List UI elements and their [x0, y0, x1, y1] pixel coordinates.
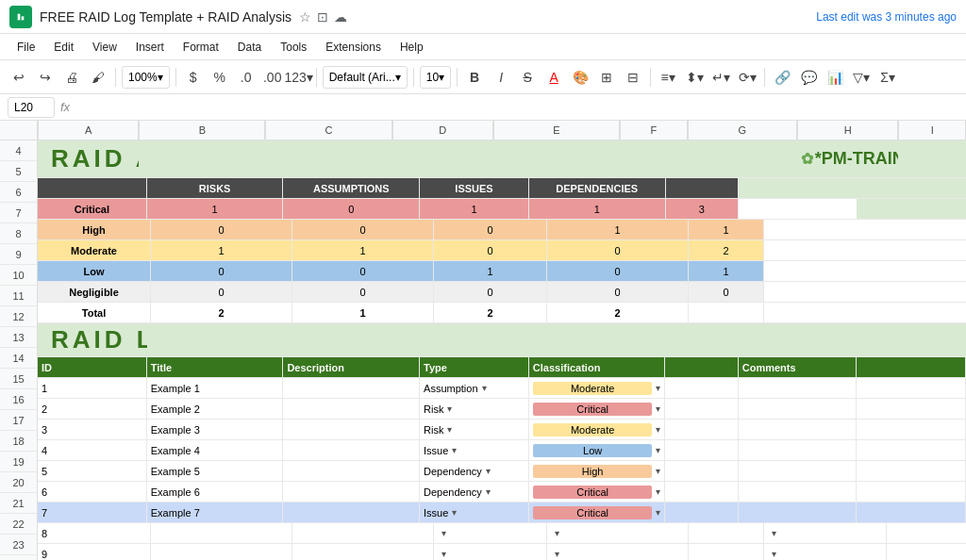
percent-button[interactable]: % — [208, 66, 231, 89]
log-2-h — [857, 399, 966, 419]
row-4: RAID ANALYSIS ✿*PM-TRAINING — [38, 140, 966, 178]
link-button[interactable]: 🔗 — [771, 66, 793, 89]
doc-title: FREE RAID Log Template + RAID Analysis — [40, 9, 291, 25]
col-header-g[interactable]: G — [688, 121, 797, 140]
font-select[interactable]: Default (Ari... ▾ — [323, 66, 408, 89]
paint-format-button[interactable]: 🖌 — [87, 66, 109, 89]
decimal-more-button[interactable]: .00 — [261, 66, 284, 89]
type-dropdown-1[interactable]: ▾ — [482, 383, 487, 393]
decimal-less-button[interactable]: .0 — [235, 66, 258, 89]
col-header-i[interactable]: I — [898, 121, 966, 140]
menu-view[interactable]: View — [85, 39, 125, 56]
class-dropdown-3[interactable]: ▾ — [656, 424, 660, 435]
filter-button[interactable]: ▽▾ — [850, 66, 873, 89]
cloud-icon[interactable]: ☁ — [334, 9, 347, 25]
formula-input[interactable] — [75, 97, 958, 118]
star-icon[interactable]: ☆ — [299, 9, 311, 25]
high-total: 1 — [689, 220, 764, 239]
critical-risks: 1 — [147, 199, 284, 219]
type-dropdown-7[interactable]: ▾ — [452, 507, 457, 518]
negligible-issues: 0 — [434, 282, 547, 302]
col-header-e[interactable]: E — [493, 121, 620, 140]
italic-button[interactable]: I — [490, 66, 512, 89]
log-4-id: 4 — [38, 440, 147, 460]
zoom-select[interactable]: 100% ▾ — [122, 66, 170, 89]
folder-icon[interactable]: ⊡ — [317, 9, 328, 25]
low-dependencies: 0 — [547, 261, 689, 281]
col-header-h[interactable]: H — [797, 121, 898, 140]
menu-edit[interactable]: Edit — [46, 39, 81, 56]
comment-button[interactable]: 💬 — [797, 66, 820, 89]
function-button[interactable]: Σ▾ — [876, 66, 899, 89]
col-header-d[interactable]: D — [392, 121, 493, 140]
log-5-h — [857, 461, 966, 481]
align-button[interactable]: ≡▾ — [657, 66, 679, 89]
row-num-23: 23 — [0, 535, 37, 555]
bold-button[interactable]: B — [463, 66, 486, 89]
redo-button[interactable]: ↪ — [34, 66, 57, 89]
menu-extensions[interactable]: Extensions — [318, 39, 389, 56]
log-3-desc — [283, 420, 420, 439]
col-header-f[interactable]: F — [620, 121, 688, 140]
menu-insert[interactable]: Insert — [128, 39, 172, 56]
comments-dropdown-8[interactable]: ▾ — [772, 528, 776, 538]
format-num-button[interactable]: 123▾ — [288, 66, 310, 89]
type-dropdown-6[interactable]: ▾ — [486, 486, 491, 497]
col-header-b[interactable]: B — [139, 121, 265, 140]
log-7-h — [857, 502, 966, 522]
type-dropdown-2[interactable]: ▾ — [447, 404, 452, 414]
class-dropdown-5[interactable]: ▾ — [656, 466, 660, 476]
total-assumptions: 1 — [292, 303, 434, 322]
class-dropdown-6[interactable]: ▾ — [656, 486, 660, 497]
currency-button[interactable]: $ — [182, 66, 205, 89]
print-button[interactable]: 🖨 — [60, 66, 83, 89]
type-dropdown-3[interactable]: ▾ — [447, 424, 452, 435]
borders-button[interactable]: ⊞ — [595, 66, 618, 89]
type-dropdown-8[interactable]: ▾ — [441, 528, 446, 538]
menu-data[interactable]: Data — [230, 39, 269, 56]
class-dropdown-1[interactable]: ▾ — [656, 383, 660, 393]
fill-color-button[interactable]: 🎨 — [569, 66, 591, 89]
pm-training-logo: ✿*PM-TRAINING — [797, 149, 898, 169]
log-header-classification: Classification — [529, 357, 666, 377]
strikethrough-button[interactable]: S — [516, 66, 539, 89]
type-dropdown-9[interactable]: ▾ — [441, 549, 446, 559]
badge-4: Low — [533, 444, 653, 457]
type-dropdown-4[interactable]: ▾ — [452, 445, 457, 455]
last-edit-label: Last edit was 3 minutes ago — [816, 10, 957, 24]
col-header-c[interactable]: C — [265, 121, 391, 140]
type-dropdown-5[interactable]: ▾ — [486, 466, 491, 476]
undo-button[interactable]: ↩ — [8, 66, 30, 89]
log-1-h — [857, 378, 966, 398]
menu-file[interactable]: File — [9, 39, 42, 56]
menu-help[interactable]: Help — [392, 39, 431, 56]
class-dropdown-7[interactable]: ▾ — [656, 507, 660, 518]
merge-button[interactable]: ⊟ — [622, 66, 644, 89]
row-8-moderate: Moderate 1 1 0 0 2 — [38, 240, 966, 261]
badge-5: High — [533, 465, 653, 478]
log-1-f — [665, 378, 738, 398]
class-dropdown-9[interactable]: ▾ — [555, 549, 559, 559]
row-19: 6 Example 6 Dependency ▾ Critical ▾ — [38, 482, 966, 502]
moderate-issues: 0 — [434, 240, 547, 260]
wrap-button[interactable]: ↵▾ — [709, 66, 732, 89]
row-num-21: 21 — [0, 493, 37, 514]
class-dropdown-8[interactable]: ▾ — [555, 528, 559, 538]
rotate-button[interactable]: ⟳▾ — [736, 66, 758, 89]
chart-button[interactable]: 📊 — [824, 66, 846, 89]
row-num-14: 14 — [0, 348, 37, 369]
font-color-button[interactable]: A — [542, 66, 565, 89]
log-1-title: Example 1 — [147, 378, 284, 398]
class-dropdown-4[interactable]: ▾ — [656, 445, 660, 455]
row-num-16: 16 — [0, 389, 37, 410]
menu-format[interactable]: Format — [175, 39, 226, 56]
cell-reference[interactable]: L20 — [8, 97, 55, 118]
col-header-a[interactable]: A — [38, 121, 139, 140]
valign-button[interactable]: ⬍▾ — [683, 66, 706, 89]
analysis-title: RAID ANALYSIS — [42, 140, 139, 177]
font-size-select[interactable]: 10 ▾ — [420, 66, 451, 89]
class-dropdown-2[interactable]: ▾ — [656, 404, 660, 414]
cell-7g — [764, 220, 887, 239]
comments-dropdown-9[interactable]: ▾ — [772, 549, 776, 559]
menu-tools[interactable]: Tools — [273, 39, 314, 56]
